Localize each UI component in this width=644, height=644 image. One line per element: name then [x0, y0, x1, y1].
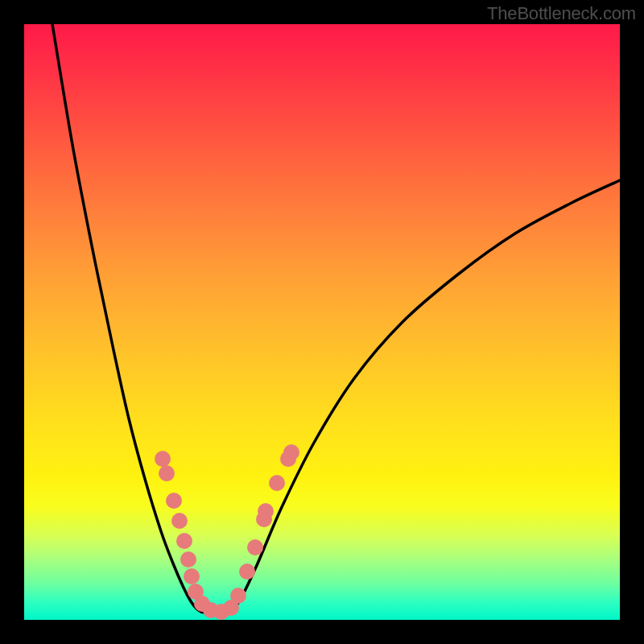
- highlight-dot: [283, 444, 299, 460]
- highlight-dot: [180, 551, 196, 568]
- highlight-dot: [166, 493, 182, 509]
- highlight-dot: [269, 475, 285, 491]
- curve-path-group: [52, 24, 620, 614]
- highlight-dot: [176, 533, 192, 549]
- highlight-dot: [239, 564, 255, 580]
- highlight-dot: [184, 568, 200, 584]
- highlight-dot: [155, 451, 171, 467]
- curve-right-branch: [232, 180, 620, 612]
- highlight-dot: [159, 465, 175, 481]
- highlight-dot: [247, 539, 263, 555]
- outer-frame: TheBottleneck.com: [0, 0, 644, 644]
- highlight-dots-group: [155, 444, 299, 620]
- watermark-label: TheBottleneck.com: [487, 3, 636, 24]
- plot-area: [24, 24, 620, 620]
- highlight-dot: [171, 513, 188, 529]
- curve-svg: [24, 24, 620, 620]
- highlight-dot: [258, 503, 274, 519]
- highlight-dot: [230, 588, 246, 604]
